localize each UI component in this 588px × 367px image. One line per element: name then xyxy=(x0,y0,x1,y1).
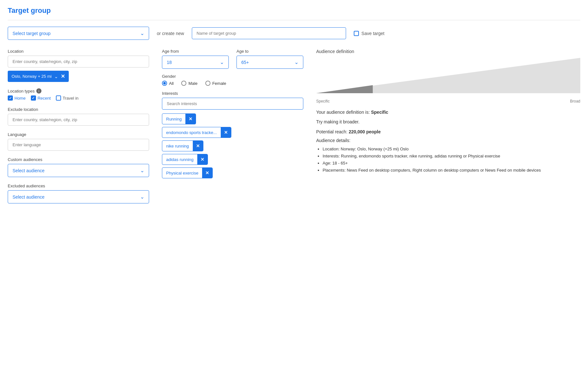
age-from-value: 18 xyxy=(167,60,172,65)
interest-tag-endomondo: endomondo sports tracke... ✕ xyxy=(162,127,231,138)
location-tag-text: Oslo, Norway + 25 mi xyxy=(12,74,52,79)
language-section: Language xyxy=(8,132,149,151)
gender-all-radio-dot xyxy=(163,82,166,85)
page-title: Target group xyxy=(8,6,580,15)
gender-all-label: All xyxy=(169,81,174,86)
audience-details-label: Audience details: xyxy=(316,138,580,143)
gender-all-option[interactable]: All xyxy=(162,81,174,86)
excluded-audiences-section: Excluded audiences Select audience ⌄ xyxy=(8,184,149,203)
interest-tag-nike: nike running ✕ xyxy=(162,140,203,151)
select-target-group-label: Select target group xyxy=(13,31,50,36)
audience-definition-value: Specific xyxy=(371,110,388,115)
interest-tag-endomondo-close-icon[interactable]: ✕ xyxy=(221,127,231,138)
chart-specific-label: Specific xyxy=(316,99,330,103)
chart-broad-label: Broad xyxy=(570,99,580,103)
main-grid: Location Oslo, Norway + 25 mi ⌄ ✕ Locati… xyxy=(8,49,580,203)
interest-tag-nike-text: nike running xyxy=(162,141,193,151)
home-checkbox-icon: ✓ xyxy=(8,95,13,101)
audience-reach-value: 220,000 people xyxy=(349,129,381,134)
right-column: Audience definition Specific Broad Your … xyxy=(316,49,580,203)
age-from-label: Age from xyxy=(162,49,229,54)
select-target-group-dropdown[interactable]: Select target group ⌄ xyxy=(8,27,149,40)
audience-definition-title: Audience definition xyxy=(316,49,580,54)
excluded-audiences-chevron-icon: ⌄ xyxy=(140,194,144,200)
age-row: Age from 18 ⌄ Age to 65+ ⌄ xyxy=(162,49,303,69)
location-tag-close-icon[interactable]: ✕ xyxy=(61,73,65,79)
gender-female-radio-icon xyxy=(205,81,210,86)
interests-section: Interests Running ✕ endomondo sports tra… xyxy=(162,91,303,178)
name-of-target-group-input[interactable] xyxy=(192,27,346,39)
interest-tag-physical: Physical exercise ✕ xyxy=(162,167,213,178)
location-types-row: ✓ Home ✓ Recent Travel in xyxy=(8,95,149,101)
location-input[interactable] xyxy=(8,56,149,67)
exclude-location-label: Exclude location xyxy=(8,107,149,112)
location-section: Location Oslo, Norway + 25 mi ⌄ ✕ xyxy=(8,49,149,82)
recent-checkbox-icon: ✓ xyxy=(31,95,36,101)
custom-audiences-dropdown-label: Select audience xyxy=(13,168,45,173)
travel-checkbox-icon xyxy=(56,95,61,101)
age-from-chevron-icon: ⌄ xyxy=(220,59,224,65)
left-column: Location Oslo, Norway + 25 mi ⌄ ✕ Locati… xyxy=(8,49,149,203)
interest-tag-adidas: adidas running ✕ xyxy=(162,154,208,165)
interest-tag-running: Running ✕ xyxy=(162,113,196,124)
exclude-location-input[interactable] xyxy=(8,114,149,126)
interest-tag-nike-close-icon[interactable]: ✕ xyxy=(193,141,203,151)
custom-audiences-chevron-icon: ⌄ xyxy=(140,167,144,174)
page-container: Target group Select target group ⌄ or cr… xyxy=(0,0,588,210)
custom-audiences-label: Custom audiences xyxy=(8,157,149,162)
gender-male-radio-icon xyxy=(181,81,186,86)
interest-tag-endomondo-text: endomondo sports tracke... xyxy=(162,128,221,138)
interest-tag-running-close-icon[interactable]: ✕ xyxy=(185,114,196,124)
interests-search-input[interactable] xyxy=(162,98,303,110)
gender-female-option[interactable]: Female xyxy=(205,81,226,86)
name-input-wrapper xyxy=(192,27,346,39)
audience-reach-text: Potential reach: 220,000 people xyxy=(316,128,580,135)
excluded-audiences-dropdown[interactable]: Select audience ⌄ xyxy=(8,190,149,203)
gender-male-option[interactable]: Male xyxy=(181,81,197,86)
interest-tag-adidas-text: adidas running xyxy=(162,155,197,165)
middle-column: Age from 18 ⌄ Age to 65+ ⌄ Gender xyxy=(162,49,303,203)
save-target-wrapper: Save target xyxy=(354,31,385,36)
chart-labels-row: Specific Broad xyxy=(316,99,580,103)
recent-checkbox-item[interactable]: ✓ Recent xyxy=(31,95,51,101)
age-to-dropdown[interactable]: 65+ ⌄ xyxy=(236,56,303,69)
travel-label: Travel in xyxy=(63,96,78,101)
audience-detail-placements: Placements: News Feed on desktop compute… xyxy=(323,167,580,174)
chart-specific-area xyxy=(316,85,373,93)
select-group-wrapper: Select target group ⌄ xyxy=(8,27,149,40)
location-label: Location xyxy=(8,49,149,54)
travel-checkbox-item[interactable]: Travel in xyxy=(56,95,78,101)
gender-female-label: Female xyxy=(212,81,226,86)
interest-tag-adidas-close-icon[interactable]: ✕ xyxy=(197,154,208,165)
recent-label: Recent xyxy=(38,96,51,101)
age-to-chevron-icon: ⌄ xyxy=(294,59,298,65)
interest-tag-running-text: Running xyxy=(162,114,185,124)
exclude-location-section: Exclude location xyxy=(8,107,149,126)
home-checkbox-item[interactable]: ✓ Home xyxy=(8,95,26,101)
audience-definition-text: Your audience definition is: Specific xyxy=(316,109,580,116)
audience-detail-interests: Interests: Running, endomondo sports tra… xyxy=(323,153,580,160)
top-divider xyxy=(8,20,580,20)
location-types-info-icon[interactable]: i xyxy=(36,88,41,94)
gender-male-label: Male xyxy=(188,81,197,86)
interest-tag-physical-text: Physical exercise xyxy=(162,168,202,178)
language-label: Language xyxy=(8,132,149,137)
select-target-group-chevron-icon: ⌄ xyxy=(140,30,144,36)
audience-chart xyxy=(316,58,580,96)
save-target-checkbox[interactable] xyxy=(354,31,359,36)
audience-detail-location: Location: Norway: Oslo, Norway (+25 mi) … xyxy=(323,146,580,153)
location-types-section: Location types i ✓ Home ✓ Recent xyxy=(8,88,149,101)
audience-chart-svg xyxy=(316,58,580,93)
gender-label: Gender xyxy=(162,74,303,79)
custom-audiences-dropdown[interactable]: Select audience ⌄ xyxy=(8,164,149,177)
audience-detail-age: Age: 18 - 65+ xyxy=(323,160,580,167)
language-input[interactable] xyxy=(8,139,149,151)
location-types-label: Location types i xyxy=(8,88,149,94)
gender-all-radio-icon xyxy=(162,81,167,86)
home-label: Home xyxy=(14,96,26,101)
interest-tag-physical-close-icon[interactable]: ✕ xyxy=(202,168,212,178)
excluded-audiences-dropdown-label: Select audience xyxy=(13,194,45,200)
age-from-dropdown[interactable]: 18 ⌄ xyxy=(162,56,229,69)
location-tag-chevron-icon[interactable]: ⌄ xyxy=(54,74,58,79)
custom-audiences-section: Custom audiences Select audience ⌄ xyxy=(8,157,149,177)
